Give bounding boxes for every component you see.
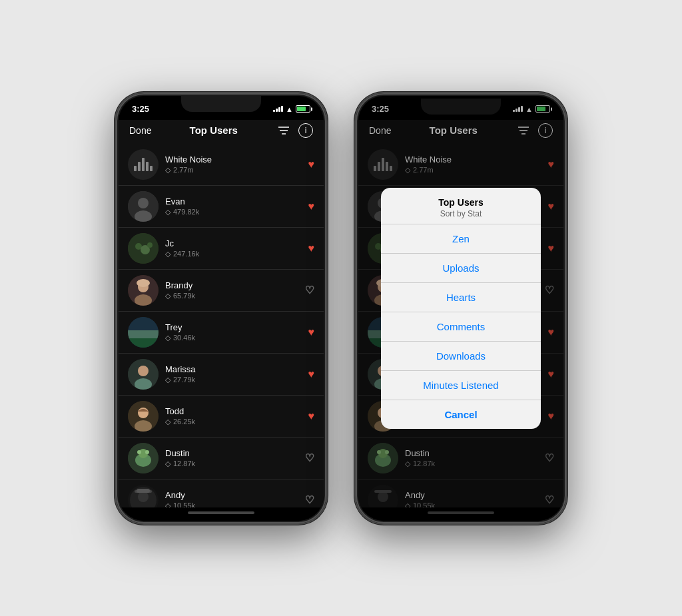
user-name-5-left: Trey [165,322,302,332]
battery-fill-left [297,107,306,111]
heart-7-left[interactable]: ♥ [308,410,315,422]
user-name-3-left: Jc [165,238,302,248]
home-indicator-left [119,507,324,521]
battery-left [296,105,310,113]
user-name-8-left: Dustin [165,448,298,458]
wifi-icon-left: ▲ [286,105,293,113]
user-stat-3-left: ◇ 247.16k [165,250,302,258]
filter-icon-left[interactable] [276,123,292,139]
user-row-8-left: Dustin ◇ 12.87k ♡ [119,438,324,479]
phone-right-screen: 3:25 ▲ Done Top Users [358,96,563,521]
heart-2-left[interactable]: ♥ [308,200,315,212]
avatar-todd-left [128,401,159,432]
action-sheet-header: Top Users Sort by Stat [381,188,541,224]
user-stat-value-4-left: 65.79k [173,292,195,300]
svg-point-18 [138,366,149,376]
user-list-left: White Noise ◇ 2.77m ♥ [119,144,324,507]
avatar-jc-left [128,233,159,264]
phone-left-notch [181,96,261,112]
avatar-dustin-left [128,443,159,473]
user-row-1-left: White Noise ◇ 2.77m ♥ [119,144,324,186]
action-sheet-item-uploads[interactable]: Uploads [381,254,541,283]
diamond-icon-3-left: ◇ [165,250,170,258]
diamond-icon-9-left: ◇ [165,501,170,507]
action-sheet-subtitle: Sort by Stat [392,209,530,218]
heart-8-left[interactable]: ♡ [305,452,314,464]
signal-bar-3 [278,107,280,112]
user-info-8-left: Dustin ◇ 12.87k [165,448,298,468]
modal-overlay[interactable]: Top Users Sort by Stat Zen Uploads Heart… [358,96,563,521]
user-stat-4-left: ◇ 65.79k [165,292,298,300]
diamond-icon-1-left: ◇ [165,166,170,174]
home-bar-left [188,511,254,514]
action-sheet-item-cancel[interactable]: Cancel [381,400,541,429]
heart-4-left[interactable]: ♡ [305,284,314,296]
user-stat-2-left: ◇ 479.82k [165,208,302,216]
phone-right: 3:25 ▲ Done Top Users [354,92,567,525]
user-stat-value-6-left: 27.79k [173,376,195,384]
user-info-3-left: Jc ◇ 247.16k [165,238,302,258]
user-stat-6-left: ◇ 27.79k [165,376,302,384]
avatar-brandy-left [128,275,159,306]
diamond-icon-6-left: ◇ [165,376,170,384]
svg-point-27 [145,450,149,454]
user-row-9-left: Andy ◇ 10.55k ♡ [119,479,324,507]
nav-title-left: Top Users [190,125,238,136]
user-row-3-left: Jc ◇ 247.16k ♥ [119,228,324,270]
heart-9-left[interactable]: ♡ [305,493,314,506]
user-stat-9-left: ◇ 10.55k [165,501,298,507]
avatar-marissa-left [128,359,159,390]
time-left: 3:25 [132,104,149,114]
user-stat-value-5-left: 30.46k [173,334,195,342]
svg-point-9 [147,242,153,248]
action-sheet-item-zen[interactable]: Zen [381,224,541,254]
user-name-4-left: Brandy [165,280,298,290]
info-icon-left[interactable]: i [298,123,313,138]
waveform-icon-left [129,153,158,176]
user-row-7-left: Todd ◇ 26.25k ♥ [119,396,324,438]
user-name-1-left: White Noise [165,154,302,164]
diamond-icon-5-left: ◇ [165,334,170,342]
user-stat-1-left: ◇ 2.77m [165,166,302,174]
signal-bars-left [273,106,283,112]
action-sheet-item-downloads[interactable]: Downloads [381,342,541,371]
heart-5-left[interactable]: ♥ [308,326,315,338]
user-info-6-left: Marissa ◇ 27.79k [165,364,302,384]
diamond-icon-7-left: ◇ [165,418,170,426]
done-button-left[interactable]: Done [129,125,151,136]
signal-bar-4 [281,106,283,112]
page-wrapper: 3:25 ▲ Done Top Users [0,65,682,551]
user-info-4-left: Brandy ◇ 65.79k [165,280,298,300]
diamond-icon-4-left: ◇ [165,292,170,300]
user-stat-value-8-left: 12.87k [173,460,195,467]
avatar-evan-left [128,191,159,222]
user-row-2-left: Evan ◇ 479.82k ♥ [119,186,324,228]
avatar-trey-left [128,317,159,348]
diamond-icon-2-left: ◇ [165,208,170,216]
user-stat-value-2-left: 479.82k [173,208,199,216]
action-sheet-title: Top Users [392,197,530,208]
user-row-4-left: Brandy ◇ 65.79k ♡ [119,270,324,312]
user-stat-value-3-left: 247.16k [173,250,199,258]
user-stat-7-left: ◇ 26.25k [165,418,302,426]
svg-rect-32 [137,489,150,493]
heart-3-left[interactable]: ♥ [308,242,315,254]
status-icons-left: ▲ [273,105,310,113]
nav-bar-left: Done Top Users i [119,120,324,144]
svg-point-26 [137,450,141,454]
svg-point-13 [137,279,150,287]
signal-bar-1 [273,110,275,112]
action-sheet-item-hearts[interactable]: Hearts [381,283,541,312]
user-info-7-left: Todd ◇ 26.25k [165,406,302,426]
user-info-5-left: Trey ◇ 30.46k [165,322,302,342]
user-row-5-left: Trey ◇ 30.46k ♥ [119,312,324,354]
heart-1-left[interactable]: ♥ [308,158,315,170]
avatar-andy-left [128,485,159,507]
avatar-whitenoise-left [128,149,159,180]
action-sheet-item-minutes[interactable]: Minutes Listened [381,371,541,400]
phone-left: 3:25 ▲ Done Top Users [115,92,328,525]
user-name-2-left: Evan [165,196,302,206]
heart-6-left[interactable]: ♥ [308,368,315,380]
action-sheet-item-comments[interactable]: Comments [381,312,541,342]
user-name-6-left: Marissa [165,364,302,374]
